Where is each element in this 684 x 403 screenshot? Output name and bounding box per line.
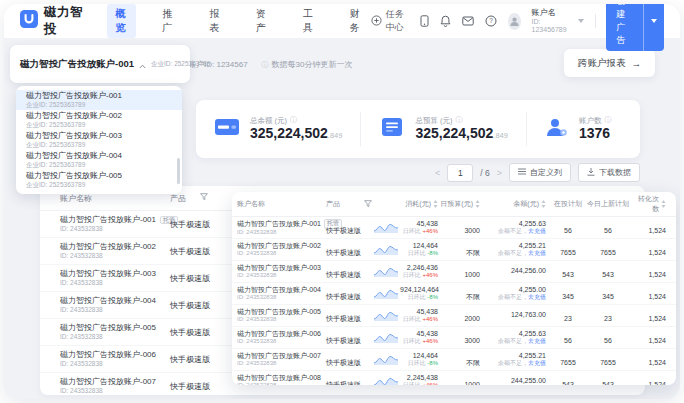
table-row[interactable]: 磁力智投广告投放账户-006ID: 243532838快手极速版45,438日环… [232,327,676,349]
wallet-icon [214,117,240,141]
cross-account-report-button[interactable]: 跨账户报表 → [564,49,655,77]
list-icon [518,168,526,177]
app-logo[interactable]: 磁力智投 [20,4,85,38]
recharge-link[interactable]: 去充值 [528,250,546,256]
col-active-campaigns: 在投计划 [554,199,582,209]
task-center-icon [371,15,382,28]
stat-total-balance: 总余额 (元)ⓘ 325,224,502.849 [196,112,360,146]
col-account-name: 账户名称 [40,193,170,204]
sort-icon[interactable] [433,200,438,209]
arrow-right-icon: → [632,58,642,69]
svg-text:?: ? [489,17,493,24]
account-dropdown-item[interactable]: 磁力智投广告投放账户-001企业ID: 2525363789 [16,90,182,110]
sort-icon[interactable] [661,200,666,209]
table-row[interactable]: 磁力智投广告投放账户-005ID: 243532838快手极速版45,438日环… [232,305,676,327]
top-navbar: 磁力智投 概览推广报表资产工具财务 任务中心 ? [4,4,680,39]
accounts-icon [545,117,569,141]
recharge-link[interactable]: 去充值 [528,360,546,366]
stat-value: 325,224,502.849 [250,125,342,143]
col-account-name: 账户名称 [232,199,326,209]
info-icon[interactable]: ⓘ [604,116,611,125]
page-number-input[interactable]: 1 [447,164,473,182]
user-id: ID: 123456789 [532,18,567,34]
table-toolbar: < 1 / 6 > 自定义列 下载数据 [435,163,640,182]
task-center-button[interactable]: 任务中心 [371,8,409,34]
mobile-icon[interactable] [420,15,429,27]
front-table-header: 账户名称 产品 消耗(元) 日预算(元) 余额(元) 在投计划 今日 [232,192,676,217]
nav-tab[interactable]: 财务 [342,4,371,38]
nav-tab[interactable]: 资产 [248,4,277,38]
front-table-body: 磁力智投广告投放账户-001托管ID: 243532838快手极速版45,438… [232,217,676,385]
nav-tab[interactable]: 推广 [154,4,183,38]
user-info[interactable]: 账户名 ID: 123456789 [532,8,567,33]
nav-tab[interactable]: 报表 [201,4,230,38]
company-id: 企业ID: 2525363789 [151,60,210,69]
col-balance: 余额(元) [513,199,539,209]
filter-icon[interactable] [200,193,208,203]
chevron-down-icon[interactable] [578,19,584,23]
account-selector[interactable]: 磁力智投广告投放账户-001 企业ID: 2525363789 [10,45,190,83]
recharge-link[interactable]: 去充值 [528,228,546,234]
main-menu: 概览推广报表资产工具财务 [107,4,370,38]
avatar[interactable] [508,13,521,30]
info-icon: ⓘ [262,60,269,70]
table-row[interactable]: 磁力智投广告投放账户-001托管ID: 243532838快手极速版45,438… [232,217,676,239]
account-dropdown-list: 磁力智投广告投放账户-001企业ID: 2525363789磁力智投广告投放账户… [16,86,182,194]
mail-icon[interactable] [462,16,474,26]
trend-sparkline-icon [374,376,398,386]
account-dropdown-item[interactable]: 磁力智投广告投放账户-005企业ID: 2525363789 [16,170,182,190]
trend-sparkline-icon [374,266,398,278]
summary-stats-card: 总余额 (元)ⓘ 325,224,502.849 总预算 (元)ⓘ 325,22… [196,100,640,158]
account-dropdown-item[interactable]: 磁力智投广告投放账户-002企业ID: 2525363789 [16,110,182,130]
recharge-link[interactable]: 去充值 [528,338,546,344]
app-window: 磁力智投 概览推广报表资产工具财务 任务中心 ? [4,4,680,399]
budget-icon [379,117,405,141]
bell-icon[interactable] [440,15,451,27]
download-icon [587,168,595,178]
col-consume: 消耗(元) [405,199,431,209]
table-row[interactable]: 磁力智投广告投放账户-004ID: 243532838快手极速版924,124,… [232,283,676,305]
trend-sparkline-icon [374,222,398,234]
table-row[interactable]: 磁力智投广告投放账户-008ID: 243532838快手极速版2,245,43… [232,371,676,385]
chevron-up-icon [139,55,146,73]
stat-total-budget: 总预算 (元)ⓘ 325,224,502.849 [360,112,525,146]
help-icon[interactable]: ? [485,15,497,27]
selected-account-title: 磁力智投广告投放账户-001 [20,58,134,71]
info-icon[interactable]: ⓘ [290,116,297,125]
trend-sparkline-icon [374,310,398,322]
trend-sparkline-icon [374,354,398,366]
prev-page-button[interactable]: < [435,168,440,178]
stat-value: 325,224,502.849 [415,125,507,143]
user-name: 账户名 [532,8,567,17]
page-total: / 6 [480,168,489,178]
download-data-button[interactable]: 下载数据 [578,163,640,182]
col-conversions: 转化次数 [632,194,659,214]
info-icon[interactable]: ⓘ [456,116,463,125]
col-new-today: 今日上新计划 [587,199,629,209]
col-product: 产品 [326,199,364,209]
trend-sparkline-icon [374,288,398,300]
account-dropdown-item[interactable]: 磁力智投广告投放账户-004企业ID: 2525363789 [16,150,182,170]
table-row[interactable]: 磁力智投广告投放账户-003ID: 243532838快手极速版2,246,43… [232,261,676,283]
create-ad-caret-icon[interactable] [643,4,664,51]
logo-icon [20,10,38,32]
table-row[interactable]: 磁力智投广告投放账户-007ID: 243532838快手极速版124,464日… [232,349,676,371]
filter-icon[interactable] [364,200,374,208]
create-ad-button[interactable]: 创建广告 [606,4,664,51]
stat-account-count: 账户数ⓘ 1376 [526,112,640,146]
nav-tab[interactable]: 概览 [107,4,136,38]
sort-icon[interactable] [541,200,546,209]
nav-right-cluster: 任务中心 ? 账户名 ID: 123456789 [371,4,664,51]
update-note: ⓘ 数据每30分钟更新一次 [262,59,353,70]
account-dropdown-item[interactable]: 磁力智投广告投放账户-003企业ID: 2525363789 [16,130,182,150]
nav-tab[interactable]: 工具 [295,4,324,38]
customize-columns-button[interactable]: 自定义列 [509,163,571,182]
col-product: 产品 [170,193,186,204]
divider [595,14,596,28]
next-page-button[interactable]: > [497,168,502,178]
sort-icon[interactable] [475,200,480,209]
table-row[interactable]: 磁力智投广告投放账户-002ID: 243532838快手极速版124,464日… [232,239,676,261]
dropdown-scrollbar[interactable] [177,158,180,184]
col-daily-budget: 日预算(元) [440,199,473,209]
recharge-link[interactable]: 去充值 [528,294,546,300]
